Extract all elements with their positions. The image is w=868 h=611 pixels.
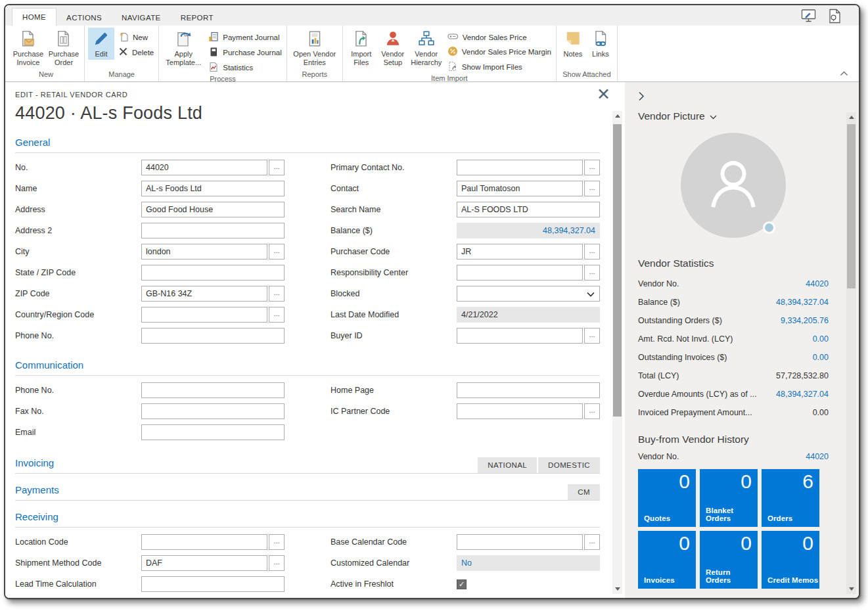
tab-report[interactable]: REPORT bbox=[171, 9, 223, 26]
contact-input[interactable] bbox=[457, 181, 583, 196]
section-general-title[interactable]: General bbox=[15, 137, 600, 152]
links-button[interactable]: Links bbox=[587, 28, 614, 60]
lead-time-input[interactable] bbox=[141, 576, 285, 592]
scroll-down-arrow-icon[interactable] bbox=[846, 584, 856, 594]
panel-expand-chevron-icon[interactable] bbox=[638, 91, 829, 104]
purchaser-code-input[interactable] bbox=[457, 244, 583, 260]
purchase-journal-button[interactable]: Purchase Journal bbox=[208, 47, 282, 58]
country-input[interactable] bbox=[141, 307, 267, 323]
search-name-input[interactable] bbox=[457, 202, 600, 217]
lookup-button[interactable]: ... bbox=[584, 328, 600, 344]
vendor-picture-header[interactable]: Vendor Picture bbox=[638, 110, 829, 122]
scroll-up-arrow-icon[interactable] bbox=[846, 112, 856, 122]
tab-actions[interactable]: ACTIONS bbox=[57, 9, 112, 26]
lookup-button[interactable]: ... bbox=[269, 286, 285, 302]
quotes-tile[interactable]: 0Quotes bbox=[638, 469, 696, 527]
statistics-button[interactable]: Statistics bbox=[208, 62, 282, 74]
lookup-button[interactable]: ... bbox=[269, 244, 285, 260]
purchase-order-button[interactable]: Purchase Order bbox=[47, 28, 81, 68]
comm-phone-input[interactable] bbox=[141, 382, 285, 398]
base-calendar-input[interactable] bbox=[457, 534, 583, 550]
primary-contact-input[interactable] bbox=[457, 160, 583, 175]
delete-x-icon bbox=[118, 47, 128, 58]
blanket-orders-tile[interactable]: 0Blanket Orders bbox=[700, 469, 758, 527]
section-receiving-title[interactable]: Receiving bbox=[15, 511, 600, 527]
lookup-button[interactable]: ... bbox=[269, 534, 285, 550]
new-button[interactable]: New bbox=[118, 32, 154, 43]
address2-input[interactable] bbox=[141, 223, 285, 238]
responsibility-center-input[interactable] bbox=[457, 265, 583, 281]
email-input[interactable] bbox=[141, 424, 285, 440]
shipment-method-input[interactable] bbox=[141, 555, 267, 571]
blocked-dropdown[interactable] bbox=[457, 286, 600, 302]
section-invoicing-title[interactable]: Invoicing bbox=[15, 457, 478, 473]
tab-home[interactable]: HOME bbox=[12, 8, 57, 26]
section-communication-title[interactable]: Communication bbox=[15, 359, 600, 375]
collapse-ribbon-chevron-icon[interactable] bbox=[840, 67, 848, 79]
card-scrollbar[interactable] bbox=[612, 111, 622, 594]
address-input[interactable] bbox=[141, 202, 285, 217]
zip-input[interactable] bbox=[141, 286, 267, 302]
customized-calendar-value[interactable]: No bbox=[457, 555, 600, 571]
apply-template-button[interactable]: Apply Template... bbox=[162, 28, 204, 68]
vendor-sales-price-button[interactable]: Vendor Sales Price bbox=[447, 32, 551, 43]
balance-value[interactable]: 48,394,327.04 bbox=[457, 223, 600, 238]
vendor-sales-price-margin-button[interactable]: Vendor Sales Price Margin bbox=[447, 46, 551, 58]
no-input[interactable] bbox=[141, 160, 267, 175]
active-in-freshlot-checkbox[interactable]: ✓ bbox=[457, 579, 467, 589]
scrollbar-thumb[interactable] bbox=[847, 124, 856, 288]
return-orders-tile[interactable]: 0Return Orders bbox=[700, 531, 758, 589]
vendor-setup-button[interactable]: Vendor Setup bbox=[378, 28, 408, 68]
apply-template-icon bbox=[175, 30, 192, 49]
name-input[interactable] bbox=[141, 181, 285, 196]
lookup-button[interactable]: ... bbox=[269, 555, 285, 571]
stat-value[interactable]: 0.00 bbox=[813, 353, 829, 362]
stat-value[interactable]: 48,394,327.04 bbox=[776, 298, 829, 307]
design-mode-icon[interactable] bbox=[801, 9, 817, 24]
notes-label: Notes bbox=[564, 50, 583, 58]
open-vendor-entries-button[interactable]: Open Vendor Entries bbox=[290, 28, 339, 68]
scroll-up-arrow-icon[interactable] bbox=[612, 111, 622, 121]
edit-button[interactable]: Edit bbox=[88, 28, 114, 60]
buyer-id-input[interactable] bbox=[457, 328, 583, 344]
ic-partner-input[interactable] bbox=[457, 403, 583, 419]
stat-value[interactable]: 9,334,205.76 bbox=[781, 316, 829, 325]
orders-tile[interactable]: 6Orders bbox=[762, 469, 819, 527]
state-zip-input[interactable] bbox=[141, 265, 285, 281]
lookup-button[interactable]: ... bbox=[584, 244, 600, 260]
tab-navigate[interactable]: NAVIGATE bbox=[112, 9, 171, 26]
notes-button[interactable]: Notes bbox=[560, 28, 586, 60]
stat-value[interactable]: 0.00 bbox=[813, 334, 829, 344]
import-files-button[interactable]: Import Files bbox=[346, 28, 377, 68]
lookup-button[interactable]: ... bbox=[584, 403, 600, 419]
show-import-files-button[interactable]: Show Import Files bbox=[447, 61, 551, 73]
lookup-button[interactable]: ... bbox=[584, 160, 600, 175]
field-label: Primary Contact No. bbox=[331, 163, 457, 172]
fax-input[interactable] bbox=[141, 403, 285, 419]
close-icon[interactable]: ✕ bbox=[597, 86, 610, 102]
vendor-hierarchy-button[interactable]: Vendor Hierarchy bbox=[409, 28, 444, 68]
stat-value[interactable]: 44020 bbox=[806, 279, 829, 288]
lookup-button[interactable]: ... bbox=[269, 160, 285, 175]
phone-input[interactable] bbox=[141, 328, 285, 344]
payment-journal-button[interactable]: Payment Journal bbox=[208, 32, 282, 43]
history-vendor-no-value[interactable]: 44020 bbox=[806, 452, 829, 461]
city-input[interactable] bbox=[141, 244, 267, 260]
scrollbar-thumb[interactable] bbox=[613, 124, 622, 417]
section-payments-title[interactable]: Payments bbox=[15, 484, 568, 500]
delete-button[interactable]: Delete bbox=[118, 47, 154, 58]
lookup-button[interactable]: ... bbox=[269, 307, 285, 323]
panel-scrollbar[interactable] bbox=[846, 112, 856, 594]
invoices-tile[interactable]: 0Invoices bbox=[638, 531, 696, 589]
credit-memos-tile[interactable]: 0Credit Memos bbox=[762, 531, 819, 589]
scroll-down-arrow-icon[interactable] bbox=[612, 584, 622, 594]
help-whatsnew-icon[interactable] bbox=[827, 9, 842, 24]
lookup-button[interactable]: ... bbox=[584, 534, 600, 550]
lookup-button[interactable]: ... bbox=[584, 265, 600, 281]
home-page-input[interactable] bbox=[457, 382, 600, 398]
stat-value[interactable]: 48,394,327.04 bbox=[776, 390, 829, 399]
lookup-button[interactable]: ... bbox=[584, 181, 600, 196]
location-code-input[interactable] bbox=[141, 534, 267, 550]
purchase-invoice-button[interactable]: Purchase Invoice bbox=[11, 28, 45, 68]
field-label: Base Calendar Code bbox=[331, 537, 457, 547]
